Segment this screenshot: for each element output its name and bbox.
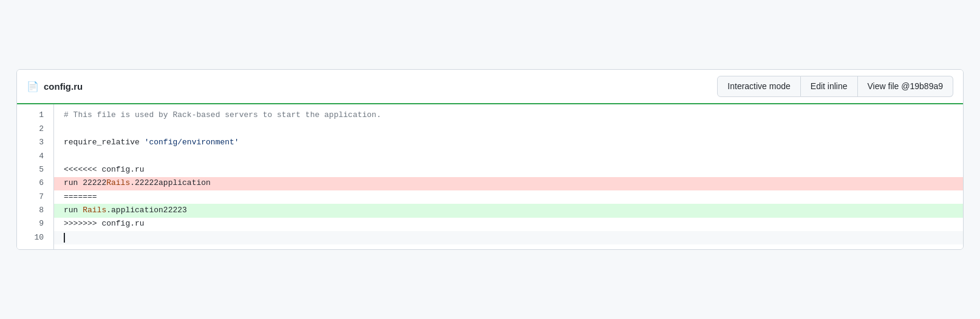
- line-3-string: 'config/environment': [145, 136, 239, 149]
- code-line-1: # This file is used by Rack-based server…: [54, 109, 963, 123]
- line-num-5: 5: [17, 163, 53, 176]
- line-num-1: 1: [17, 109, 53, 123]
- code-line-10: [54, 231, 963, 244]
- view-file-button[interactable]: View file @19b89a9: [858, 76, 953, 97]
- code-line-7: =======: [54, 190, 963, 204]
- code-editor: 1 2 3 4 5 6 7 8 9 10 # This file is used…: [17, 104, 963, 250]
- line-8-rails: Rails: [83, 204, 106, 217]
- line-8-text-1: run: [64, 204, 83, 217]
- line-6-text-1: run 22222: [64, 177, 106, 190]
- line-num-10: 10: [17, 231, 53, 244]
- line-6-rails: Rails: [106, 177, 130, 190]
- line-num-7: 7: [17, 190, 53, 204]
- line-5-text: <<<<<<< config.ru: [64, 164, 145, 176]
- interactive-mode-button[interactable]: Interactive mode: [717, 76, 801, 97]
- editor-header: 📄 config.ru Interactive mode Edit inline…: [17, 70, 963, 104]
- code-line-5: <<<<<<< config.ru: [54, 163, 963, 176]
- line-num-8: 8: [17, 204, 53, 217]
- edit-inline-button[interactable]: Edit inline: [801, 76, 858, 97]
- code-line-6: run 22222Rails.22222application: [54, 177, 963, 190]
- line-num-3: 3: [17, 136, 53, 149]
- line-num-9: 9: [17, 218, 53, 231]
- line-9-text: >>>>>>> config.ru: [64, 218, 145, 230]
- code-line-8: run Rails.application22223: [54, 204, 963, 217]
- line-3-keyword: require_relative: [64, 136, 145, 149]
- code-line-2: [54, 123, 963, 136]
- line-6-text-2: .22222application: [130, 177, 211, 190]
- header-buttons: Interactive mode Edit inline View file @…: [717, 76, 953, 97]
- line-1-text: # This file is used by Rack-based server…: [64, 109, 381, 122]
- line-8-text-2: .application22223: [106, 204, 187, 217]
- code-line-3: require_relative 'config/environment': [54, 136, 963, 149]
- code-content[interactable]: # This file is used by Rack-based server…: [53, 104, 963, 250]
- file-title: 📄 config.ru: [27, 81, 83, 92]
- code-line-4: [54, 150, 963, 163]
- line-num-6: 6: [17, 177, 53, 190]
- text-cursor: [64, 233, 65, 243]
- line-7-text: =======: [64, 191, 97, 204]
- editor-container: 📄 config.ru Interactive mode Edit inline…: [16, 69, 964, 250]
- line-num-2: 2: [17, 123, 53, 136]
- line-numbers: 1 2 3 4 5 6 7 8 9 10: [17, 104, 53, 250]
- line-num-4: 4: [17, 150, 53, 163]
- file-name: config.ru: [44, 81, 83, 92]
- file-icon: 📄: [27, 81, 39, 92]
- code-line-9: >>>>>>> config.ru: [54, 218, 963, 231]
